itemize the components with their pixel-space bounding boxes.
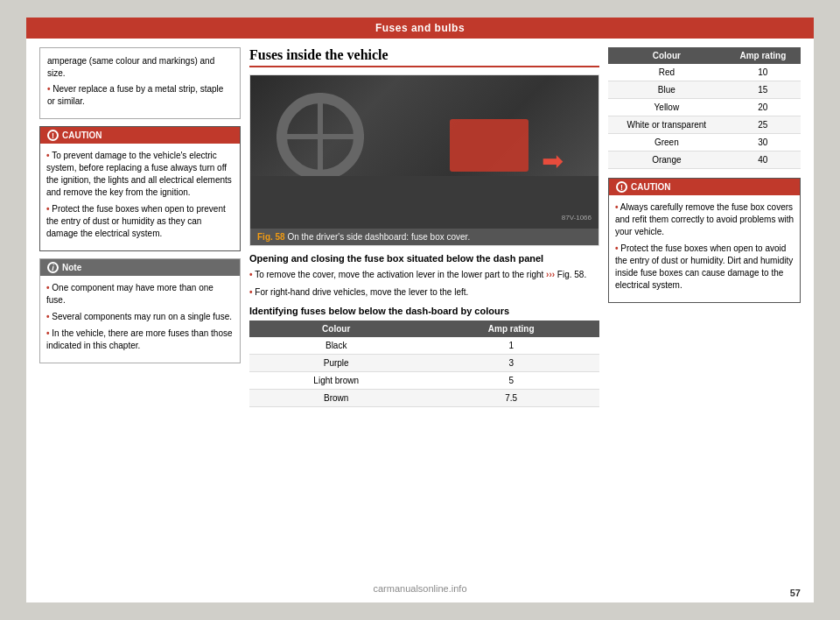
table-cell: 20 [725, 99, 801, 116]
table-row: Orange40 [608, 151, 801, 169]
table-cell: Orange [608, 151, 725, 169]
page-header: Fuses and bulbs [26, 18, 814, 39]
info-bullet1: • Never replace a fuse by a metal strip,… [47, 83, 233, 108]
caution-box-left: ! CAUTION • To prevent damage to the veh… [39, 126, 241, 251]
fig-caption: Fig. 58 On the driver's side dashboard: … [250, 229, 598, 245]
col-header-colour-top: Colour [608, 47, 725, 64]
note-point-3: • In the vehicle, there are more fuses t… [46, 328, 234, 352]
opening-ref1: ››› [546, 270, 557, 279]
table-row: Light brown5 [249, 372, 599, 390]
table-row: Yellow20 [608, 99, 801, 116]
right-caution-point-2: • Protect the fuse boxes when open to av… [615, 243, 794, 292]
note-box: i Note • One component may have more tha… [39, 258, 241, 363]
caution-icon-right: ! [616, 181, 627, 193]
caution-header-right: ! CAUTION [609, 179, 800, 195]
section-title: Fuses inside the vehicle [249, 47, 599, 67]
opening-section-title: Opening and closing the fuse box situate… [249, 253, 599, 264]
col-header-amp-bottom: Amp rating [423, 321, 599, 337]
content-area: amperage (same colour and markings) and … [26, 39, 814, 597]
caution-point-1: • To prevent damage to the vehicle's ele… [46, 150, 234, 199]
table-row: White or transparent25 [608, 116, 801, 134]
fig-caption-text: On the driver's side dashboard: fuse box… [287, 232, 470, 242]
header-title: Fuses and bulbs [375, 22, 465, 34]
right-caution-point-1: • Always carefully remove the fuse box c… [615, 201, 794, 238]
table-row: Green30 [608, 134, 801, 151]
fig-label: Fig. 58 [257, 232, 285, 242]
watermark: carmanualsonline.info [373, 583, 466, 594]
caution-header-left: ! CAUTION [40, 127, 240, 144]
fig-watermark: 87V-1066 [562, 214, 592, 222]
left-column: amperage (same colour and markings) and … [39, 47, 241, 588]
caution-body-right: • Always carefully remove the fuse box c… [609, 195, 800, 302]
table-row: Brown7.5 [249, 390, 599, 407]
caution-point-2: • Protect the fuse boxes when open to pr… [46, 203, 234, 240]
table-cell: Red [608, 64, 725, 81]
table-cell: 7.5 [423, 390, 599, 407]
caution-icon-left: ! [47, 130, 59, 141]
table-row: Black1 [249, 337, 599, 355]
page: Fuses and bulbs amperage (same colour an… [26, 18, 814, 602]
caution-label-right: CAUTION [631, 182, 671, 192]
caution-box-right: ! CAUTION • Always carefully remove the … [608, 178, 801, 303]
middle-column: Fuses inside the vehicle ➡ 87V-1066 Fig.… [249, 47, 599, 588]
table-cell: 10 [725, 64, 801, 81]
right-column: Colour Amp rating Red10Blue15Yellow20Whi… [608, 47, 801, 588]
note-label: Note [62, 263, 81, 272]
note-point-1: • One component may have more than one f… [46, 282, 234, 306]
opening-bullet2: • For right-hand drive vehicles, move th… [249, 285, 599, 299]
table-cell: Black [249, 337, 423, 355]
steering-spoke-v [318, 93, 323, 180]
table-cell: 25 [725, 116, 801, 134]
table-cell: 1 [423, 337, 599, 355]
table-row: Red10 [608, 64, 801, 81]
note-body: • One component may have more than one f… [40, 276, 240, 363]
table-cell: 3 [423, 355, 599, 372]
table-cell: White or transparent [608, 116, 725, 134]
table-cell: Light brown [249, 372, 423, 390]
table-cell: Blue [608, 81, 725, 99]
figure-container: ➡ 87V-1066 Fig. 58 On the driver's side … [249, 74, 599, 246]
fuse-box-red-shape [450, 119, 528, 172]
info-text1: amperage (same colour and markings) and … [47, 55, 233, 80]
col-header-colour-bottom: Colour [249, 321, 423, 337]
table-cell: 40 [725, 151, 801, 169]
table-cell: Brown [249, 390, 423, 407]
note-header: i Note [40, 259, 240, 276]
page-number: 57 [790, 588, 801, 598]
table-row: Purple3 [249, 355, 599, 372]
note-icon: i [47, 262, 59, 273]
info-box: amperage (same colour and markings) and … [39, 47, 241, 119]
caution-label-left: CAUTION [62, 130, 102, 140]
table-cell: 30 [725, 134, 801, 151]
col-header-amp-top: Amp rating [725, 47, 801, 64]
colour-amp-table-top: Colour Amp rating Red10Blue15Yellow20Whi… [608, 47, 801, 169]
dash-panel-shape [250, 176, 598, 229]
figure-image: ➡ 87V-1066 [250, 75, 598, 229]
table-cell: Purple [249, 355, 423, 372]
opening-bullet1: • To remove the cover, move the activati… [249, 268, 599, 281]
colour-amp-table-bottom: Colour Amp rating Black1Purple3Light bro… [249, 321, 599, 407]
table-cell: 5 [423, 372, 599, 390]
note-point-2: • Several components may run on a single… [46, 311, 234, 323]
table-cell: Yellow [608, 99, 725, 116]
table-cell: Green [608, 134, 725, 151]
caution-body-left: • To prevent damage to the vehicle's ele… [40, 144, 240, 250]
table-cell: 15 [725, 81, 801, 99]
identifying-section-title: Identifying fuses below below the dash-b… [249, 306, 599, 316]
arrow-icon: ➡ [542, 145, 564, 176]
table-row: Blue15 [608, 81, 801, 99]
bullet-icon: • [47, 84, 51, 94]
